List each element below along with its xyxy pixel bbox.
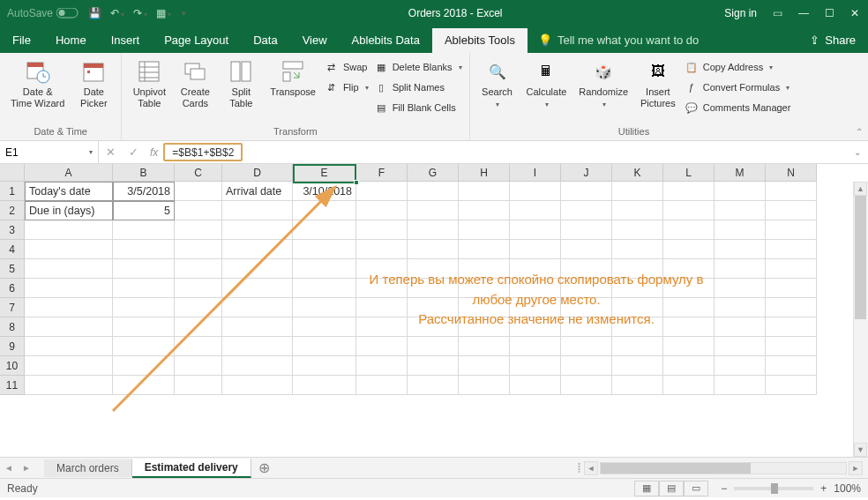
cell-M2[interactable] — [715, 201, 766, 220]
ribbon-options-icon[interactable]: ▭ — [773, 7, 782, 19]
cell-H11[interactable] — [459, 376, 510, 395]
formula-bar-value[interactable]: =$B$1+$B$2 — [172, 146, 234, 159]
cell-A4[interactable] — [25, 240, 113, 259]
tab-data[interactable]: Data — [241, 28, 289, 53]
cell-A9[interactable] — [25, 337, 113, 356]
col-header-M[interactable]: M — [715, 164, 766, 182]
row-header-7[interactable]: 7 — [0, 298, 25, 317]
expand-formula-icon[interactable]: ⌄ — [847, 147, 868, 157]
cell-E10[interactable] — [293, 356, 356, 376]
tell-me[interactable]: 💡Tell me what you want to do — [528, 28, 709, 53]
tab-ablebitsdata[interactable]: Ablebits Data — [340, 28, 432, 53]
cell-N10[interactable] — [766, 356, 817, 376]
unpivot-button[interactable]: Unpivot Table — [129, 56, 169, 110]
cell-F2[interactable] — [356, 201, 408, 220]
fill-handle[interactable] — [354, 180, 359, 185]
fill-blank-button[interactable]: ▤Fill Blank Cells — [374, 99, 462, 116]
cell-M4[interactable] — [715, 240, 766, 259]
cell-L11[interactable] — [663, 376, 715, 395]
cell-B10[interactable] — [113, 356, 175, 376]
sheet-tab-estimated[interactable]: Estimated delivery — [132, 459, 251, 478]
scroll-down-icon[interactable]: ▼ — [854, 443, 867, 457]
cell-I11[interactable] — [510, 376, 561, 395]
cell-C5[interactable] — [175, 259, 222, 279]
cell-B2[interactable]: 5 — [113, 201, 175, 220]
col-header-H[interactable]: H — [459, 164, 510, 182]
cell-E2[interactable] — [293, 201, 356, 220]
cell-C8[interactable] — [175, 317, 222, 337]
convert-formulas-button[interactable]: ƒConvert Formulas▾ — [685, 78, 791, 96]
horizontal-scrollbar[interactable] — [600, 462, 847, 474]
tab-view[interactable]: View — [290, 28, 340, 53]
select-all-corner[interactable] — [0, 164, 25, 182]
row-header-2[interactable]: 2 — [0, 201, 25, 220]
save-icon[interactable]: 💾 — [88, 7, 101, 19]
cell-J9[interactable] — [561, 337, 612, 356]
cell-N1[interactable] — [766, 182, 817, 201]
cell-B5[interactable] — [113, 259, 175, 279]
cell-L3[interactable] — [663, 220, 715, 240]
cell-A8[interactable] — [25, 317, 113, 337]
scroll-up-icon[interactable]: ▲ — [854, 182, 867, 196]
undo-icon[interactable]: ↶▾ — [110, 7, 124, 19]
add-sheet-icon[interactable]: ⊕ — [251, 459, 278, 476]
cell-A6[interactable] — [25, 279, 113, 298]
cell-A2[interactable]: Due in (days) — [25, 201, 113, 220]
cell-H3[interactable] — [459, 220, 510, 240]
cell-E9[interactable] — [293, 337, 356, 356]
cell-N8[interactable] — [766, 317, 817, 337]
qat-icon[interactable]: ▦▾ — [156, 7, 171, 19]
cell-D3[interactable] — [222, 220, 293, 240]
cell-C7[interactable] — [175, 298, 222, 317]
cell-K9[interactable] — [612, 337, 663, 356]
tab-file[interactable]: File — [0, 28, 43, 53]
tab-ablebitstools[interactable]: Ablebits Tools — [432, 28, 528, 53]
cell-D4[interactable] — [222, 240, 293, 259]
cell-N3[interactable] — [766, 220, 817, 240]
cell-F1[interactable] — [356, 182, 408, 201]
cell-N7[interactable] — [766, 298, 817, 317]
col-header-F[interactable]: F — [356, 164, 408, 182]
cell-C3[interactable] — [175, 220, 222, 240]
cell-E4[interactable] — [293, 240, 356, 259]
sheet-nav-next-icon[interactable]: ► — [18, 463, 35, 473]
redo-icon[interactable]: ↷▾ — [133, 7, 147, 19]
col-header-D[interactable]: D — [222, 164, 293, 182]
cell-F3[interactable] — [356, 220, 408, 240]
cell-K10[interactable] — [612, 356, 663, 376]
col-header-E[interactable]: E — [293, 164, 356, 182]
cell-M3[interactable] — [715, 220, 766, 240]
row-header-10[interactable]: 10 — [0, 356, 25, 376]
cell-J4[interactable] — [561, 240, 612, 259]
col-header-C[interactable]: C — [175, 164, 222, 182]
cell-C4[interactable] — [175, 240, 222, 259]
cell-B6[interactable] — [113, 279, 175, 298]
cell-L1[interactable] — [663, 182, 715, 201]
scroll-thumb[interactable] — [855, 196, 866, 319]
row-header-3[interactable]: 3 — [0, 220, 25, 240]
split-table-button[interactable]: Split Table — [221, 56, 261, 110]
cell-J2[interactable] — [561, 201, 612, 220]
cell-L4[interactable] — [663, 240, 715, 259]
hscroll-left-icon[interactable]: ◄ — [584, 461, 598, 475]
col-header-A[interactable]: A — [25, 164, 113, 182]
row-header-1[interactable]: 1 — [0, 182, 25, 201]
search-button[interactable]: 🔍Search▾ — [477, 56, 518, 110]
cell-D7[interactable] — [222, 298, 293, 317]
tab-pagelayout[interactable]: Page Layout — [152, 28, 241, 53]
signin-link[interactable]: Sign in — [724, 7, 757, 19]
cell-A5[interactable] — [25, 259, 113, 279]
cell-A3[interactable] — [25, 220, 113, 240]
zoom-slider[interactable] — [734, 487, 813, 490]
qat-more-icon[interactable]: ▾ — [182, 9, 186, 18]
minimize-icon[interactable]: — — [798, 7, 809, 19]
cell-K2[interactable] — [612, 201, 663, 220]
calculate-button[interactable]: 🖩Calculate▾ — [523, 56, 571, 110]
cell-M10[interactable] — [715, 356, 766, 376]
cell-F4[interactable] — [356, 240, 408, 259]
cell-J1[interactable] — [561, 182, 612, 201]
cell-E11[interactable] — [293, 376, 356, 395]
name-box[interactable]: ▾ — [0, 141, 99, 163]
flip-button[interactable]: ⇵Flip▾ — [325, 78, 369, 96]
col-header-K[interactable]: K — [612, 164, 663, 182]
